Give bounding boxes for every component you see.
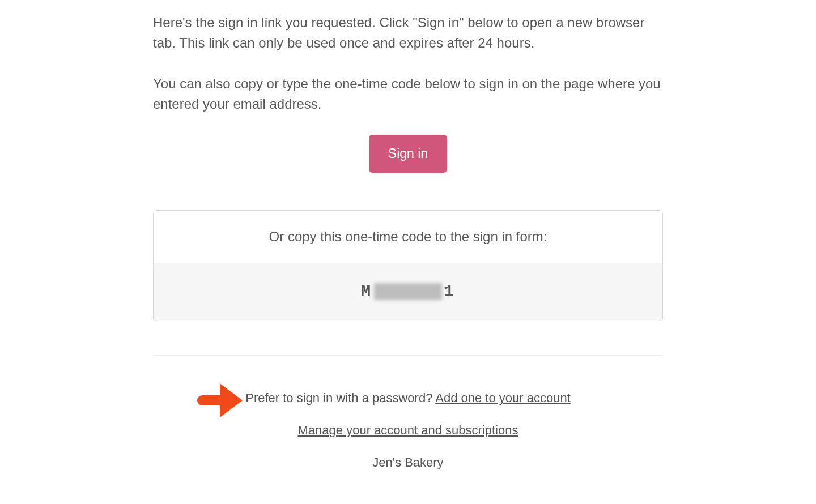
signin-button[interactable]: Sign in xyxy=(369,135,447,173)
password-prompt-text: Prefer to sign in with a password? xyxy=(245,391,435,405)
one-time-code-value: M 1 xyxy=(361,283,455,300)
add-password-link[interactable]: Add one to your account xyxy=(435,391,571,405)
arrow-right-icon xyxy=(193,380,245,425)
one-time-code-box: Or copy this one-time code to the sign i… xyxy=(153,210,663,321)
section-divider xyxy=(153,355,663,356)
button-row: Sign in xyxy=(153,135,663,173)
email-body: Here's the sign in link you requested. C… xyxy=(153,0,663,473)
code-box-header: Or copy this one-time code to the sign i… xyxy=(154,211,662,263)
footer-section: Prefer to sign in with a password? Add o… xyxy=(153,388,663,473)
code-prefix: M xyxy=(361,283,372,300)
code-suffix: 1 xyxy=(444,283,455,300)
code-obscured-block xyxy=(374,283,442,300)
intro-copy: Here's the sign in link you requested. C… xyxy=(153,12,663,114)
intro-paragraph-2: You can also copy or type the one-time c… xyxy=(153,74,663,114)
intro-paragraph-1: Here's the sign in link you requested. C… xyxy=(153,12,663,53)
brand-name: Jen's Bakery xyxy=(153,452,663,472)
code-box-body: M 1 xyxy=(154,263,662,321)
manage-account-link[interactable]: Manage your account and subscriptions xyxy=(298,423,518,437)
